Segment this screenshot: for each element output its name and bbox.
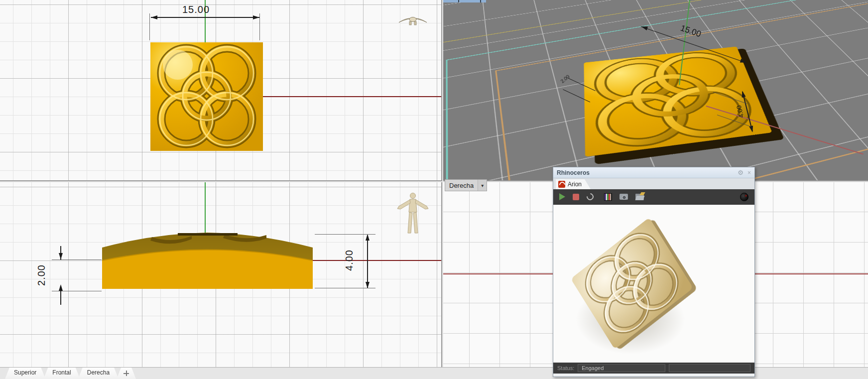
play-button[interactable] bbox=[559, 193, 565, 200]
tab-frontal[interactable]: Frontal bbox=[43, 368, 80, 379]
histogram-button[interactable] bbox=[604, 193, 612, 201]
dim-arrow-right bbox=[253, 15, 259, 19]
stop-icon bbox=[573, 194, 579, 200]
tab-superior[interactable]: Superior bbox=[5, 368, 45, 379]
open-button[interactable] bbox=[635, 194, 644, 200]
arion-toolbar bbox=[553, 189, 754, 204]
derecha-title-label: Derecha bbox=[445, 182, 478, 189]
flower-tile-top-view bbox=[150, 42, 263, 151]
dim-extension-line bbox=[52, 259, 102, 260]
arion-tab-label: Arion bbox=[568, 181, 582, 188]
rhinoceros-floating-panel: Rhinoceros ⚙ × Arion bbox=[553, 167, 755, 377]
dim-arrow-left bbox=[151, 15, 157, 19]
panel-bottom-strip bbox=[553, 374, 754, 377]
status-extra-field bbox=[669, 364, 750, 372]
plus-icon bbox=[124, 371, 129, 376]
close-icon[interactable]: × bbox=[747, 169, 751, 176]
render-knob-icon[interactable] bbox=[740, 193, 748, 201]
open-folder-icon bbox=[635, 194, 644, 200]
dim-extension-line bbox=[259, 13, 260, 40]
perspectiva-title-clipped[interactable] bbox=[443, 0, 486, 2]
flower-tile-front-view bbox=[102, 233, 313, 289]
viewport-frontal[interactable]: 2.00 4.00 bbox=[0, 182, 442, 367]
chevron-down-icon: ▾ bbox=[481, 183, 484, 188]
tab-derecha[interactable]: Derecha bbox=[78, 368, 119, 379]
mannequin-front-view bbox=[395, 192, 431, 235]
snapshot-button[interactable] bbox=[620, 194, 628, 200]
panel-title: Rhinoceros bbox=[557, 169, 738, 176]
dimension-height-label: 4.00 bbox=[344, 250, 355, 271]
arion-logo-icon bbox=[558, 181, 565, 188]
reset-icon bbox=[585, 192, 595, 202]
x-axis-line bbox=[263, 96, 442, 97]
dim-arrow-up bbox=[59, 284, 63, 291]
dimension-width-label: 15.00 bbox=[182, 4, 210, 15]
arion-render-view bbox=[553, 204, 754, 363]
z-axis-line bbox=[205, 182, 206, 234]
play-icon bbox=[559, 193, 565, 200]
arion-status-bar: Status: Engaged bbox=[553, 363, 754, 374]
panel-title-bar[interactable]: Rhinoceros ⚙ × bbox=[553, 167, 754, 178]
reset-button[interactable] bbox=[587, 193, 594, 200]
dimension-thickness-label: 2.00 bbox=[36, 264, 47, 286]
mannequin-top-view bbox=[397, 14, 428, 27]
x-axis-line bbox=[313, 260, 442, 261]
stop-button[interactable] bbox=[573, 194, 579, 200]
dim-arrow-up bbox=[366, 234, 370, 241]
viewport-superior[interactable]: 15.00 bbox=[0, 0, 442, 181]
status-value-field: Engaged bbox=[578, 364, 665, 372]
dim-line bbox=[151, 17, 259, 18]
gear-icon[interactable]: ⚙ bbox=[738, 169, 744, 176]
dim-line bbox=[367, 235, 368, 288]
rhinoceros-workspace: 15.00 2.00 4. bbox=[0, 0, 868, 379]
panel-tab-strip: Arion bbox=[553, 178, 754, 189]
add-viewport-tab-button[interactable] bbox=[117, 368, 136, 379]
dim-arrow-down bbox=[59, 253, 63, 259]
status-label: Status: bbox=[557, 365, 574, 371]
histogram-icon bbox=[604, 193, 612, 201]
dim-line bbox=[60, 291, 61, 305]
dim-arrow-down bbox=[366, 282, 370, 288]
derecha-viewport-title[interactable]: Derecha ▾ bbox=[445, 179, 487, 191]
camera-icon bbox=[620, 194, 628, 200]
tab-arion[interactable]: Arion bbox=[556, 179, 591, 189]
dim-extension-line bbox=[52, 291, 102, 291]
derecha-dropdown-button[interactable]: ▾ bbox=[478, 180, 487, 191]
viewport-perspectiva[interactable]: 15.00 4.00 2.00 bbox=[443, 0, 868, 181]
dim-extension-line bbox=[149, 13, 150, 40]
